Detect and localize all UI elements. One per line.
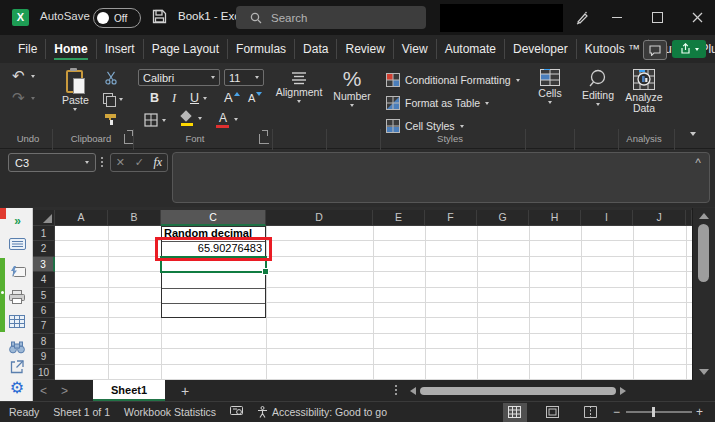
workbook-statistics-button[interactable]: Workbook Statistics <box>124 406 216 418</box>
column-header-d[interactable]: D <box>266 210 373 226</box>
tab-automate[interactable]: Automate <box>436 39 504 59</box>
scroll-up-icon[interactable] <box>699 213 709 219</box>
fill-handle[interactable] <box>262 268 269 275</box>
tab-developer[interactable]: Developer <box>504 39 576 59</box>
number-format-button[interactable]: % Number <box>330 69 374 107</box>
bold-button[interactable]: B <box>150 91 159 105</box>
name-box-resizer[interactable] <box>101 157 104 169</box>
column-header-j[interactable]: J <box>633 210 686 226</box>
minimize-button[interactable] <box>600 0 634 35</box>
row-header-7[interactable]: 7 <box>33 318 55 333</box>
cancel-icon[interactable] <box>116 156 125 169</box>
redo-button[interactable]: ↷ <box>12 91 35 105</box>
tab-home[interactable]: Home <box>45 39 95 59</box>
export-icon[interactable] <box>8 360 26 377</box>
quick-pane-icon[interactable] <box>8 265 26 281</box>
enter-icon[interactable] <box>135 156 144 169</box>
font-dialog-launcher-icon[interactable] <box>259 134 269 144</box>
row-header-6[interactable]: 6 <box>33 303 55 318</box>
close-button[interactable] <box>680 0 714 35</box>
page-break-preview-button[interactable] <box>579 403 603 422</box>
row-header-2[interactable]: 2 <box>33 241 55 256</box>
scroll-left-icon[interactable] <box>410 387 416 395</box>
binoculars-icon[interactable] <box>8 341 26 357</box>
cut-button[interactable] <box>104 71 118 88</box>
collapse-ribbon-button[interactable] <box>690 125 696 139</box>
italic-button[interactable]: I <box>172 91 176 106</box>
save-icon[interactable] <box>152 9 167 27</box>
zoom-slider-thumb[interactable] <box>652 407 655 417</box>
tab-page-layout[interactable]: Page Layout <box>143 39 227 59</box>
column-header-f[interactable]: F <box>425 210 477 226</box>
maximize-button[interactable] <box>640 0 674 35</box>
undo-button[interactable]: ↶ <box>12 69 35 83</box>
select-all-corner[interactable] <box>33 210 55 226</box>
underline-button[interactable]: U <box>190 91 207 105</box>
column-header-b[interactable]: B <box>108 210 161 226</box>
row-header-10[interactable]: 10 <box>33 365 55 380</box>
editing-button[interactable]: Editing <box>578 69 618 106</box>
zoom-in-icon[interactable] <box>696 405 703 419</box>
status-sheet-info[interactable]: Sheet 1 of 1 <box>53 406 110 418</box>
column-header-c[interactable]: C <box>161 210 266 226</box>
conditional-formatting-button[interactable]: Conditional Formatting <box>386 70 520 90</box>
analyze-data-button[interactable]: Analyze Data <box>622 69 666 114</box>
tab-file[interactable]: File <box>10 39 45 59</box>
alignment-button[interactable]: Alignment <box>277 71 321 103</box>
font-color-button[interactable]: A <box>216 111 238 128</box>
row-header-4[interactable]: 4 <box>33 272 55 287</box>
row-header-9[interactable]: 9 <box>33 349 55 364</box>
printer-icon[interactable] <box>8 290 26 307</box>
row-header-1[interactable]: 1 <box>33 226 55 241</box>
tab-bar-resizer[interactable] <box>395 385 398 397</box>
table-columns-icon[interactable] <box>8 315 26 331</box>
cells-button[interactable]: Cells <box>530 69 570 104</box>
grow-font-button[interactable]: A <box>224 90 240 105</box>
tab-formulas[interactable]: Formulas <box>227 39 294 59</box>
horizontal-scrollbar[interactable] <box>410 385 642 397</box>
expand-pane-icon[interactable] <box>8 214 26 228</box>
comments-button[interactable] <box>643 40 667 60</box>
share-button[interactable] <box>672 40 706 58</box>
tab-review[interactable]: Review <box>336 39 392 59</box>
search-input[interactable]: Search <box>236 6 426 29</box>
insert-function-button[interactable]: fx <box>154 155 163 170</box>
column-header-h[interactable]: H <box>529 210 581 226</box>
formula-input[interactable] <box>172 152 710 203</box>
ink-pen-icon[interactable] <box>565 0 599 35</box>
format-as-table-button[interactable]: Format as Table <box>386 93 489 113</box>
paste-button[interactable]: Paste <box>62 69 89 111</box>
collapse-formula-bar-icon[interactable] <box>695 156 701 170</box>
tab-kutools[interactable]: Kutools ™ <box>576 39 648 59</box>
column-header-a[interactable]: A <box>55 210 108 226</box>
worksheet-tools-icon[interactable] <box>8 238 26 253</box>
sheet-canvas[interactable]: Random decimal 65.90276483 <box>55 226 692 380</box>
row-header-8[interactable]: 8 <box>33 334 55 349</box>
copy-button[interactable] <box>103 93 123 106</box>
pane-handle[interactable] <box>0 258 5 332</box>
excel-app-icon[interactable] <box>12 9 29 26</box>
sheet-tab-sheet1[interactable]: Sheet1 <box>93 380 165 401</box>
scroll-down-icon[interactable] <box>699 369 709 375</box>
row-header-3[interactable]: 3 <box>33 257 55 272</box>
tab-insert[interactable]: Insert <box>96 39 143 59</box>
new-sheet-button[interactable] <box>165 383 205 399</box>
page-layout-view-button[interactable] <box>541 403 565 422</box>
vertical-scrollbar[interactable] <box>692 208 715 380</box>
next-sheet-icon[interactable] <box>54 384 75 398</box>
tab-view[interactable]: View <box>393 39 436 59</box>
vertical-scroll-thumb[interactable] <box>698 224 709 282</box>
display-settings-icon[interactable] <box>230 406 243 419</box>
font-size-select[interactable]: 11 <box>224 69 264 86</box>
font-name-select[interactable]: Calibri <box>138 69 220 86</box>
gear-icon[interactable] <box>8 378 26 397</box>
zoom-out-icon[interactable] <box>613 405 620 419</box>
zoom-slider[interactable] <box>626 411 692 413</box>
format-painter-button[interactable] <box>104 113 119 129</box>
prev-sheet-icon[interactable] <box>33 384 54 398</box>
column-header-e[interactable]: E <box>373 210 425 226</box>
tab-data[interactable]: Data <box>294 39 336 59</box>
name-box[interactable]: C3 <box>8 153 96 172</box>
row-header-5[interactable]: 5 <box>33 288 55 303</box>
accessibility-button[interactable]: Accessibility: Good to go <box>257 406 387 418</box>
